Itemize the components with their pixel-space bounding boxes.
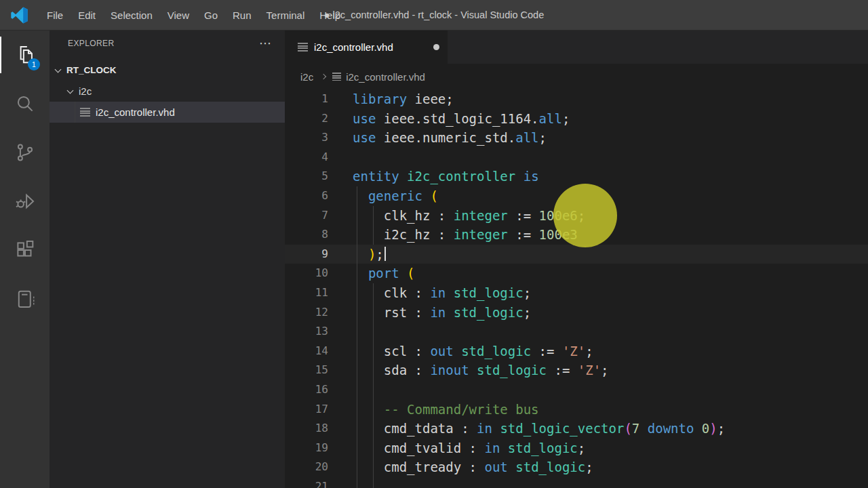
token: 100e6 [539,208,578,223]
line-number[interactable]: 21 [285,477,353,488]
indent-guide [357,283,357,303]
menu-view[interactable]: View [160,0,197,30]
token: 100e3 [539,227,578,242]
code-line-text: library ieee; [353,89,868,109]
explorer-icon[interactable]: 1 [0,30,50,79]
code-line-9[interactable]: 9 ); [285,245,868,264]
code-line-1[interactable]: 1library ieee; [285,89,868,109]
line-number[interactable]: 18 [285,419,353,439]
token [446,285,453,300]
notebook-icon[interactable] [0,274,50,323]
code-line-text: cmd_tready : out std_logic; [353,458,868,477]
tab-i2c-controller[interactable]: i2c_controller.vhd [285,30,448,64]
code-line-6[interactable]: 6 generic ( [285,186,868,206]
code-line-text [353,322,868,342]
breadcrumb-segment[interactable]: i2c_controller.vhd [346,71,425,83]
indent-guide [357,322,357,342]
file-icon [298,43,308,52]
code-line-text: cmd_tdata : in std_logic_vector(7 downto… [353,419,868,439]
tab-bar: i2c_controller.vhd [285,30,868,64]
tree-item-i2c[interactable]: i2c [50,81,285,102]
extensions-icon[interactable] [0,226,50,274]
menu-run[interactable]: Run [225,0,259,30]
line-number[interactable]: 15 [285,361,353,380]
token [399,169,407,184]
line-number[interactable]: 6 [285,186,353,206]
code-line-text: i2c_hz : integer := 100e3 [353,225,868,245]
code-line-5[interactable]: 5entity i2c_controller is [285,167,868,186]
code-line-8[interactable]: 8 i2c_hz : integer := 100e3 [285,225,868,245]
search-icon[interactable] [0,79,50,128]
token: use [353,111,376,126]
indent-guide [357,225,357,245]
menu-selection[interactable]: Selection [103,0,160,30]
indent-guide [373,225,374,245]
line-number[interactable]: 7 [285,206,353,226]
code-line-15[interactable]: 15 sda : inout std_logic := 'Z'; [285,361,868,380]
line-number[interactable]: 1 [285,89,353,109]
code-editor[interactable]: 1library ieee;2use ieee.std_logic_1164.a… [285,89,868,488]
code-line-11[interactable]: 11 clk : in std_logic; [285,283,868,303]
token: ; [562,111,570,126]
code-line-20[interactable]: 20 cmd_tready : out std_logic; [285,458,868,477]
token: scl : [353,344,430,359]
run-debug-icon[interactable] [0,177,50,226]
line-number[interactable]: 16 [285,380,353,400]
more-actions-icon[interactable]: ⋯ [256,36,275,51]
line-number[interactable]: 3 [285,128,353,148]
token: ; [524,285,531,300]
code-line-16[interactable]: 16 [285,380,868,400]
code-line-3[interactable]: 3use ieee.numeric_std.all; [285,128,868,148]
code-line-13[interactable]: 13 [285,322,868,342]
token [446,305,453,320]
code-line-17[interactable]: 17 -- Command/write bus [285,400,868,420]
line-number[interactable]: 20 [285,458,353,477]
token [508,460,515,474]
menu-terminal[interactable]: Terminal [259,0,313,30]
token: ieee.numeric_std. [376,130,515,145]
line-number[interactable]: 2 [285,109,353,129]
line-number[interactable]: 8 [285,225,353,245]
tree-item-rt-clock[interactable]: RT_CLOCK [50,60,285,81]
line-number[interactable]: 10 [285,264,353,283]
code-line-19[interactable]: 19 cmd_tvalid : in std_logic; [285,439,868,458]
line-number[interactable]: 13 [285,322,353,342]
tree-item-i2c-controller-vhd[interactable]: i2c_controller.vhd [50,102,285,123]
line-number[interactable]: 14 [285,342,353,361]
breadcrumb-segment[interactable]: i2c [300,71,313,83]
code-line-text: cmd_tvalid : in std_logic; [353,439,868,458]
tree-item-label: i2c [79,85,92,97]
code-line-14[interactable]: 14 scl : out std_logic := 'Z'; [285,342,868,361]
token: := [508,208,539,223]
token: std_logic [461,344,531,359]
line-number[interactable]: 9 [285,245,353,264]
code-line-2[interactable]: 2use ieee.std_logic_1164.all; [285,109,868,129]
token [500,441,507,455]
line-number[interactable]: 12 [285,303,353,323]
code-line-12[interactable]: 12 rst : in std_logic; [285,303,868,323]
line-number[interactable]: 17 [285,400,353,420]
code-line-text [353,148,868,167]
dirty-indicator-icon[interactable] [433,44,439,50]
line-number[interactable]: 4 [285,148,353,167]
menu-file[interactable]: File [39,0,71,30]
line-number[interactable]: 11 [285,283,353,303]
token: ; [717,421,725,436]
indent-guide [357,380,357,400]
source-control-icon[interactable] [0,128,50,177]
token [422,188,430,203]
indent-guide [373,206,374,226]
token [454,344,461,359]
menu-go[interactable]: Go [197,0,225,30]
line-number[interactable]: 5 [285,167,353,186]
indent-guide [373,458,374,477]
menu-edit[interactable]: Edit [71,0,103,30]
line-number[interactable]: 19 [285,439,353,458]
indent-guide [373,283,374,303]
code-line-21[interactable]: 21 [285,477,868,488]
code-line-4[interactable]: 4 [285,148,868,167]
token: integer [454,208,508,223]
code-line-10[interactable]: 10 port ( [285,264,868,283]
code-line-18[interactable]: 18 cmd_tdata : in std_logic_vector(7 dow… [285,419,868,439]
code-line-7[interactable]: 7 clk_hz : integer := 100e6; [285,206,868,226]
